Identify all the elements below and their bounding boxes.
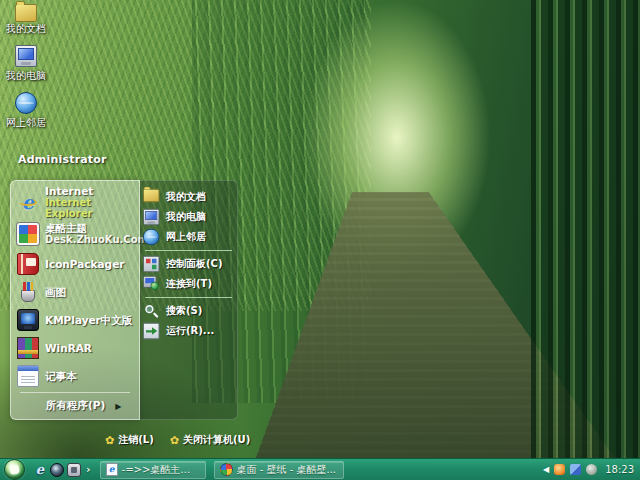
my-documents-folder-icon xyxy=(143,188,160,202)
start-menu-item-kmplayer[interactable]: KMPlayer中文版 xyxy=(14,306,136,334)
start-menu-item-search[interactable]: 搜索(S) xyxy=(143,301,234,321)
start-menu-item-notepad[interactable]: 记事本 xyxy=(14,362,136,390)
connect-to-icon xyxy=(143,275,157,287)
start-menu-item-my-computer[interactable]: 我的电脑 xyxy=(143,207,234,227)
quick-launch-internet-explorer[interactable] xyxy=(33,463,47,477)
start-menu-item-internet[interactable]: InternetInternet Explorer xyxy=(14,186,136,218)
start-button[interactable] xyxy=(4,459,25,480)
start-menu-item-my-documents[interactable]: 我的文档 xyxy=(143,187,234,207)
paint-icon xyxy=(17,281,39,303)
turn-off-label: 关闭计算机(U) xyxy=(183,433,250,447)
desktop-icon-network-places[interactable]: 网上邻居 xyxy=(0,92,52,130)
ie-document-icon xyxy=(106,463,118,476)
tray-volume-icon[interactable] xyxy=(586,464,597,475)
item-label: Internet xyxy=(45,185,133,197)
desktop-icon-my-computer[interactable]: 我的电脑 xyxy=(0,45,52,83)
item-label: 我的文档 xyxy=(166,190,206,204)
internet-explorer-icon xyxy=(17,191,39,213)
start-menu-footer: ✿ 注销(L) ✿ 关闭计算机(U) xyxy=(105,433,240,447)
item-label: 桌酷主题 xyxy=(45,222,148,234)
desktop-icon-my-documents[interactable]: 我的文档 xyxy=(0,2,52,36)
separator xyxy=(145,297,232,298)
my-computer-icon xyxy=(15,45,37,67)
all-programs-label: 所有程序(P) xyxy=(46,399,105,413)
item-label: KMPlayer中文版 xyxy=(45,314,132,326)
item-label: 画图 xyxy=(45,286,66,298)
start-menu-item-network-places[interactable]: 网上邻居 xyxy=(143,227,234,247)
start-menu-item-zhuoku-theme[interactable]: 桌酷主题Desk.ZhuoKu.Com xyxy=(14,218,136,250)
network-places-globe-icon xyxy=(15,92,37,114)
taskbar: › -=>>桌酷主题 - Mic... 桌面 - 壁纸 - 桌酷壁... ◀ 1… xyxy=(0,458,640,480)
start-menu-item-connect-to[interactable]: 连接到(T) xyxy=(143,274,234,294)
browser-rainbow-icon xyxy=(220,463,233,476)
tray-collapse-chevron-icon[interactable]: ◀ xyxy=(543,460,549,480)
item-sublabel: Desk.ZhuoKu.Com xyxy=(45,234,148,246)
my-computer-icon xyxy=(143,208,160,225)
taskbar-window-wallpaper-page[interactable]: 桌面 - 壁纸 - 桌酷壁... xyxy=(214,461,344,479)
search-magnifier-icon xyxy=(143,302,160,319)
start-menu-user-name: Administrator xyxy=(10,150,240,180)
item-label: 网上邻居 xyxy=(166,230,206,244)
flower-icon: ✿ xyxy=(105,434,114,447)
zhuoku-theme-icon xyxy=(17,223,39,245)
start-menu-item-winrar[interactable]: WinRAR xyxy=(14,334,136,362)
separator xyxy=(20,392,130,393)
desktop-icon-label: 我的文档 xyxy=(6,22,46,36)
separator xyxy=(145,250,232,251)
item-label: 连接到(T) xyxy=(166,277,212,291)
start-menu-item-control-panel[interactable]: 控制面板(C) xyxy=(143,254,234,274)
item-sublabel: Internet Explorer xyxy=(45,197,133,220)
start-menu: Administrator InternetInternet Explorer … xyxy=(10,150,240,447)
log-off-button[interactable]: ✿ 注销(L) xyxy=(105,433,154,447)
item-label: 运行(R)... xyxy=(166,324,214,338)
control-panel-icon xyxy=(143,255,160,272)
flower-icon: ✿ xyxy=(170,434,179,447)
winrar-icon xyxy=(17,337,39,359)
window-title: 桌面 - 壁纸 - 桌酷壁... xyxy=(237,463,336,477)
taskbar-clock[interactable]: 18:23 xyxy=(605,464,634,475)
system-tray: ◀ 18:23 xyxy=(543,460,636,480)
item-label: WinRAR xyxy=(45,342,92,354)
kmplayer-icon xyxy=(17,309,39,331)
quick-launch-expand-chevron-icon[interactable]: › xyxy=(84,460,93,480)
quick-launch-application[interactable] xyxy=(67,463,81,477)
log-off-label: 注销(L) xyxy=(118,433,154,447)
start-menu-item-paint[interactable]: 画图 xyxy=(14,278,136,306)
item-label: 记事本 xyxy=(45,370,77,382)
desktop-icon-list: 我的文档 我的电脑 网上邻居 xyxy=(0,2,52,130)
start-menu-item-iconpackager[interactable]: IconPackager xyxy=(14,250,136,278)
item-label: IconPackager xyxy=(45,258,124,270)
start-menu-item-run[interactable]: 运行(R)... xyxy=(143,321,234,341)
start-menu-left-panel: InternetInternet Explorer 桌酷主题Desk.ZhuoK… xyxy=(10,180,140,420)
notepad-icon xyxy=(17,365,39,387)
run-icon xyxy=(143,322,160,339)
network-places-globe-icon xyxy=(143,228,160,245)
iconpackager-icon xyxy=(17,253,39,275)
item-label: 我的电脑 xyxy=(166,210,206,224)
item-label: 搜索(S) xyxy=(166,304,202,318)
desktop-icon-label: 网上邻居 xyxy=(6,116,46,130)
quick-launch-media-player[interactable] xyxy=(50,463,64,477)
start-menu-right-panel: 我的文档 我的电脑 网上邻居 控制面板(C) 连接到(T) xyxy=(140,180,238,420)
all-programs-button[interactable]: 所有程序(P) ▶ xyxy=(14,395,136,416)
start-menu-body: InternetInternet Explorer 桌酷主题Desk.ZhuoK… xyxy=(10,180,240,420)
my-documents-folder-icon xyxy=(15,4,37,22)
turn-off-computer-button[interactable]: ✿ 关闭计算机(U) xyxy=(170,433,250,447)
tray-app-orange-icon[interactable] xyxy=(554,464,565,475)
tray-app-blue-icon[interactable] xyxy=(570,464,581,475)
window-title: -=>>桌酷主题 - Mic... xyxy=(122,463,200,477)
item-label: 控制面板(C) xyxy=(166,257,222,271)
desktop-icon-label: 我的电脑 xyxy=(6,69,46,83)
chevron-right-icon: ▶ xyxy=(115,402,121,411)
taskbar-window-zhuoku-theme[interactable]: -=>>桌酷主题 - Mic... xyxy=(100,461,206,479)
